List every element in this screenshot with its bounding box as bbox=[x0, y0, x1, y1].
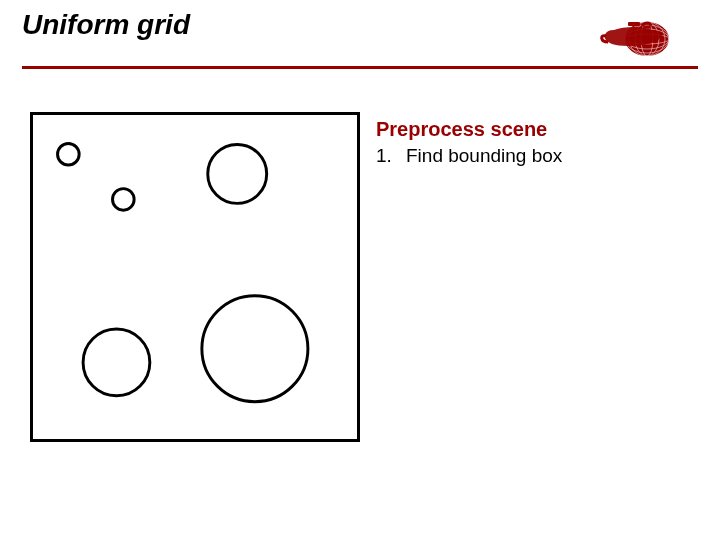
step-text: Find bounding box bbox=[406, 145, 562, 167]
svg-rect-7 bbox=[628, 22, 640, 26]
content-column: Preprocess scene 1.Find bounding box bbox=[376, 118, 690, 167]
section-title: Preprocess scene bbox=[376, 118, 690, 141]
slide-title: Uniform grid bbox=[22, 10, 698, 41]
step-item: 1.Find bounding box bbox=[376, 145, 690, 167]
step-number: 1. bbox=[376, 145, 406, 167]
scene-object-circle bbox=[202, 296, 308, 402]
header-rule bbox=[22, 66, 698, 69]
scene-object-circle bbox=[208, 144, 267, 203]
scene-object-circle bbox=[58, 143, 80, 165]
steps-list: 1.Find bounding box bbox=[376, 145, 690, 167]
scene-bounding-box bbox=[30, 112, 360, 442]
teapot-sphere-logo bbox=[600, 16, 672, 62]
scene-object-circle bbox=[113, 189, 135, 211]
scene-object-circle bbox=[83, 329, 150, 396]
